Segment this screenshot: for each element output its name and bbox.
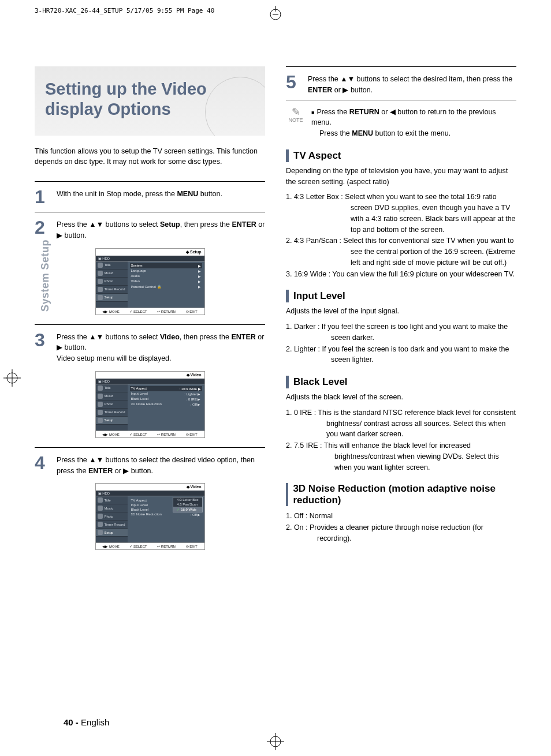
osd-footer: ◀▶ MOVE✓ SELECT↩ RETURN⊖ EXIT	[95, 308, 205, 315]
osd-screenshot-video: ◆ Video ▣ HDD Title Music Photo Timer Re…	[95, 371, 205, 438]
divider	[286, 66, 516, 67]
section-body: Depending on the type of television you …	[286, 166, 516, 188]
osd-row: TV Aspect: 16:9 Wide ▶	[130, 386, 202, 391]
osd-dropdown-item: 4:3 Pan/Scan	[173, 502, 202, 507]
osd-hdd-label: ▣ HDD	[95, 256, 205, 261]
osd-row: Black Level: 0 IRE ▶	[130, 396, 202, 402]
section-bar-icon	[286, 290, 289, 302]
section-bar-icon	[286, 149, 289, 162]
section-tv-aspect: TV Aspect	[286, 149, 516, 162]
osd-side-setup: Setup	[96, 294, 128, 302]
osd-row: 3D Noise Reduction: Off ▶	[130, 402, 202, 407]
list-item: 1. 4:3 Letter Box : Select when you want…	[286, 192, 516, 235]
title-box: Setting up the Video display Options	[35, 66, 265, 136]
osd-side-setup: Setup	[96, 417, 128, 425]
section-title: 3D Noise Reduction (motion adaptive nois…	[293, 483, 516, 506]
osd-row: Video▶	[130, 279, 202, 284]
osd-main: TV Aspect Input Level Black Level 3D Noi…	[128, 496, 204, 542]
osd-header: ◆ Setup	[95, 248, 205, 256]
osd-side-setup: Setup	[96, 529, 128, 537]
section-list: 1. Off : Normal 2. On : Provides a clean…	[286, 511, 516, 544]
osd-sidebar: Title Music Photo Timer Record Setup	[96, 496, 128, 542]
osd-side-title: Title	[96, 496, 128, 504]
note-icon: ✎ NOTE	[286, 107, 306, 139]
section-black-level: Black Level	[286, 376, 516, 388]
step-number: 5	[286, 73, 302, 96]
page: 3-HR720-XAC_26-44_SETUP 5/17/05 9:55 PM …	[0, 0, 551, 756]
osd-side-timer: Timer Record	[96, 286, 128, 294]
osd-screenshot-video-dropdown: ◆ Video ▣ HDD Title Music Photo Timer Re…	[95, 483, 205, 550]
left-column: Setting up the Video display Options Thi…	[35, 66, 265, 559]
list-item: 1. Darker : If you feel the screen is to…	[286, 321, 516, 343]
osd-side-title: Title	[96, 384, 128, 392]
osd-header: ◆ Video	[95, 371, 205, 379]
divider	[35, 447, 265, 448]
section-title: Input Level	[293, 290, 345, 302]
osd-row: Parental Control 🔒▶	[130, 284, 202, 289]
step-text: Press the ▲▼ buttons to select the desir…	[308, 73, 516, 96]
step-number: 1	[35, 188, 51, 206]
divider	[286, 100, 516, 101]
osd-side-music: Music	[96, 504, 128, 512]
divider	[35, 324, 265, 325]
list-item: 3. 16:9 Wide : You can view the full 16:…	[286, 269, 516, 280]
divider	[35, 212, 265, 212]
section-bar-icon	[286, 376, 289, 388]
step-text: Press the ▲▼ buttons to select Setup, th…	[57, 218, 265, 241]
list-item: 2. 7.5 IRE : This will enhance the black…	[286, 440, 516, 473]
osd-row: Input Level: Lighter ▶	[130, 391, 202, 396]
section-list: 1. 0 IRE : This is the standard NTSC ref…	[286, 407, 516, 473]
osd-screenshot-setup: ◆ Setup ▣ HDD Title Music Photo Timer Re…	[95, 248, 205, 315]
step-text: Press the ▲▼ buttons to select the desir…	[57, 454, 265, 477]
osd-side-timer: Timer Record	[96, 521, 128, 529]
osd-row: 3D Noise Reduction: Off ▶	[130, 512, 202, 517]
list-item: 2. Lighter : If you feel the screen is t…	[286, 344, 516, 366]
section-body: Adjusts the black level of the screen.	[286, 392, 516, 403]
section-body: Adjusts the level of the input signal.	[286, 306, 516, 317]
step-text: Press the ▲▼ buttons to select Video, th…	[57, 331, 265, 364]
step-text: With the unit in Stop mode, press the ME…	[57, 188, 265, 206]
page-footer: 40 - English	[64, 717, 109, 727]
side-tab-label: System Setup	[39, 239, 51, 312]
osd-row: Audio▶	[130, 274, 202, 279]
osd-dropdown-item-selected: ✓16:9 Wide	[173, 507, 202, 512]
osd-side-music: Music	[96, 392, 128, 401]
list-item: 1. 0 IRE : This is the standard NTSC ref…	[286, 407, 516, 440]
section-3d-noise: 3D Noise Reduction (motion adaptive nois…	[286, 483, 516, 506]
step-number: 3	[35, 331, 51, 364]
print-header-file: 3-HR720-XAC_26-44_SETUP 5/17/05 9:55 PM …	[35, 7, 214, 14]
section-title: Black Level	[293, 376, 348, 388]
step-4: 4 Press the ▲▼ buttons to select the des…	[35, 454, 265, 477]
osd-dropdown-item: 4:3 Letter Box	[173, 497, 202, 502]
step-5: 5 Press the ▲▼ buttons to select the des…	[286, 73, 516, 96]
osd-footer: ◀▶ MOVE✓ SELECT↩ RETURN⊖ EXIT	[95, 431, 205, 438]
osd-dropdown: 4:3 Letter Box 4:3 Pan/Scan ✓16:9 Wide	[173, 497, 202, 512]
osd-row: System▶	[130, 263, 202, 268]
osd-side-music: Music	[96, 270, 128, 278]
crop-mark-top	[267, 6, 284, 23]
osd-side-photo: Photo	[96, 278, 128, 286]
list-item: 1. Off : Normal	[286, 511, 516, 522]
divider	[35, 181, 265, 182]
osd-main: System▶ Language▶ Audio▶ Video▶ Parental…	[128, 261, 204, 308]
crop-mark-left	[3, 369, 21, 387]
osd-sidebar: Title Music Photo Timer Record Setup	[96, 261, 128, 308]
osd-hdd-label: ▣ HDD	[95, 379, 205, 384]
page-title: Setting up the Video display Options	[45, 79, 255, 119]
osd-footer: ◀▶ MOVE✓ SELECT↩ RETURN⊖ EXIT	[95, 543, 205, 550]
step-number: 2	[35, 218, 51, 241]
osd-hdd-label: ▣ HDD	[95, 491, 205, 496]
osd-row: Language▶	[130, 268, 202, 274]
osd-main: TV Aspect: 16:9 Wide ▶ Input Level: Ligh…	[128, 384, 204, 431]
osd-sidebar: Title Music Photo Timer Record Setup	[96, 384, 128, 431]
osd-side-photo: Photo	[96, 401, 128, 409]
section-list: 1. 4:3 Letter Box : Select when you want…	[286, 192, 516, 279]
osd-side-title: Title	[96, 261, 128, 270]
intro-text: This function allows you to setup the TV…	[35, 146, 265, 168]
section-input-level: Input Level	[286, 290, 516, 302]
note-text: ■Press the RETURN or ◀ button to return …	[311, 107, 516, 139]
step-1: 1 With the unit in Stop mode, press the …	[35, 188, 265, 206]
section-bar-icon	[286, 483, 288, 506]
step-3: 3 Press the ▲▼ buttons to select Video, …	[35, 331, 265, 364]
step-2: 2 Press the ▲▼ buttons to select Setup, …	[35, 218, 265, 241]
